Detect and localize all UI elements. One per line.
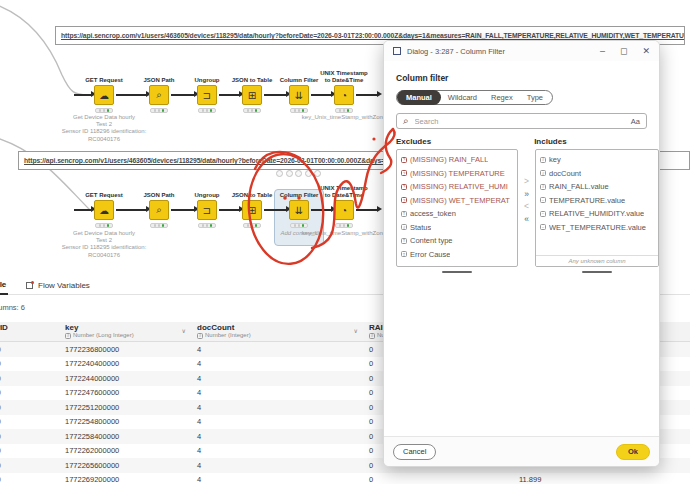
node-unix-timestamp[interactable]: ◔	[334, 85, 354, 105]
knime-workflow-canvas: https://api.sencrop.com/v1/users/463605/…	[0, 0, 690, 484]
move-all-left-icon[interactable]: «	[524, 215, 529, 224]
node-json-to-table[interactable]: ⊞	[242, 200, 262, 220]
node-ungroup[interactable]: ⊐	[197, 85, 217, 105]
excludes-item[interactable]: ?(MISSING) WET_TEMPERAT	[397, 194, 517, 208]
column-type-label: Number (Long Integer)	[73, 332, 134, 339]
search-input[interactable]	[413, 116, 627, 127]
workflow-edge	[356, 209, 378, 211]
column-name: TEMPERATURE.value	[549, 196, 625, 205]
cell-key: 1772244000000	[60, 374, 192, 383]
excludes-list: ?(MISSING) RAIN_FALL?(MISSING) TEMPERATU…	[396, 149, 518, 267]
cell-rowid: Row0_	[0, 389, 60, 396]
column-title: key	[65, 324, 192, 332]
node-column-filter[interactable]: ⇊	[289, 200, 309, 220]
node-comment[interactable]: Get Device Data hourly Test 2 Sensor ID …	[58, 114, 150, 143]
includes-item[interactable]: −RELATIVE_HUMIDITY.value	[536, 207, 658, 221]
column-header-docCount[interactable]: docCount#Number (Integer)∨	[192, 322, 364, 341]
cell-key: 1772262000000	[60, 446, 192, 455]
filter-tab-type[interactable]: Type	[520, 93, 550, 102]
workflow-edge	[311, 94, 332, 96]
node-status-light	[243, 223, 261, 228]
node-status-light	[198, 223, 216, 228]
node-unix-timestamp[interactable]: ◔	[334, 200, 354, 220]
table-row[interactable]: Row0_17722692000004011.899	[0, 473, 690, 484]
column-title: RowID	[0, 324, 60, 332]
node-json-path[interactable]: ⌕	[149, 200, 169, 220]
includes-scrollbar[interactable]	[582, 271, 612, 273]
excludes-item[interactable]: TContent type	[397, 234, 517, 248]
column-header-key[interactable]: key#Number (Long Integer)∨	[60, 322, 192, 341]
excludes-item[interactable]: #Status	[397, 221, 517, 235]
node-action-icon[interactable]	[305, 170, 312, 177]
column-name: Content type	[410, 236, 453, 245]
case-sensitive-toggle[interactable]: Aa	[631, 117, 640, 126]
close-icon[interactable]: ✕	[642, 47, 650, 56]
long-type-icon: #	[540, 157, 546, 163]
node-comment[interactable]: key_Unix_timeStamp_withZone	[298, 230, 390, 237]
excludes-item[interactable]: TError Cause	[397, 248, 517, 262]
column-filter-icon: ⇊	[295, 205, 303, 216]
cell-key: 1772240400000	[60, 359, 192, 368]
move-left-icon[interactable]: <	[524, 202, 529, 211]
column-name: WET_TEMPERATURE.value	[549, 223, 646, 232]
chevron-down-icon[interactable]: ∨	[182, 327, 186, 334]
json-path-icon: ⌕	[156, 89, 162, 101]
workflow-edge	[264, 209, 287, 211]
dialog-window-icon	[393, 47, 401, 55]
includes-item[interactable]: −TEMPERATURE.value	[536, 194, 658, 208]
tab-table-label: Table	[0, 280, 6, 289]
workflow-edge	[171, 94, 195, 96]
cell-rowid: Row0_	[0, 418, 60, 425]
node-action-icon[interactable]	[286, 170, 293, 177]
node-get-request[interactable]: ☁	[94, 200, 114, 220]
node-action-icon[interactable]	[314, 170, 321, 177]
excludes-item[interactable]: ?(MISSING) RELATIVE_HUMI	[397, 180, 517, 194]
node-json-to-table[interactable]: ⊞	[242, 85, 262, 105]
includes-item[interactable]: #docCount	[536, 167, 658, 181]
chevron-down-icon[interactable]: ∨	[354, 327, 358, 334]
filter-tab-wildcard[interactable]: Wildcard	[441, 93, 484, 102]
cell-doccount: 4	[192, 432, 364, 441]
move-all-right-icon[interactable]: »	[524, 190, 529, 199]
column-filter-icon: ⇊	[295, 90, 303, 101]
includes-item[interactable]: #key	[536, 153, 658, 167]
column-header-RowID[interactable]: RowID	[0, 322, 60, 341]
node-status-light	[290, 108, 308, 113]
excludes-item[interactable]: ?(MISSING) RAIN_FALL	[397, 153, 517, 167]
column-filter-dialog: Dialog - 3:287 - Column Filter – ◻ ✕ Col…	[383, 40, 660, 467]
node-get-request[interactable]: ☁	[94, 85, 114, 105]
node-label: UNIX Timestamp to Date&Time	[309, 183, 379, 198]
dialog-title-bar[interactable]: Dialog - 3:287 - Column Filter – ◻ ✕	[384, 41, 659, 61]
node-action-icon[interactable]	[295, 170, 302, 177]
workflow-edge	[219, 209, 240, 211]
excludes-scrollbar[interactable]	[442, 271, 472, 273]
cell-key: 1772254800000	[60, 417, 192, 426]
filter-tab-regex[interactable]: Regex	[484, 93, 520, 102]
node-json-path[interactable]: ⌕	[149, 85, 169, 105]
cell-doccount: 4	[192, 359, 364, 368]
maximize-icon[interactable]: ◻	[620, 47, 627, 56]
includes-item[interactable]: #RAIN_FALL.value	[536, 180, 658, 194]
node-status-light	[290, 223, 308, 228]
node-comment[interactable]: Get Device Data hourly Test 2 Sensor ID …	[58, 230, 150, 259]
node-ungroup[interactable]: ⊐	[197, 200, 217, 220]
move-right-icon[interactable]: >	[524, 177, 529, 186]
int-type-icon: #	[401, 224, 407, 230]
node-action-toolbar[interactable]	[276, 170, 321, 177]
cancel-button[interactable]: Cancel	[393, 444, 436, 460]
workflow-edge	[356, 94, 378, 96]
filter-tab-manual[interactable]: Manual	[397, 90, 441, 105]
node-comment[interactable]: key_Unix_timeStamp_withZone	[298, 114, 390, 121]
cell-rain: 0	[364, 475, 514, 484]
cell-key: 1772236800000	[60, 345, 192, 354]
includes-item[interactable]: −WET_TEMPERATURE.value	[536, 221, 658, 235]
minimize-icon[interactable]: –	[600, 47, 605, 56]
column-header-hidden[interactable]	[664, 322, 690, 341]
cell-rowid: Row0_	[0, 346, 60, 353]
node-action-icon[interactable]	[276, 170, 283, 177]
excludes-item[interactable]: ?(MISSING) TEMPERATURE	[397, 167, 517, 181]
excludes-item[interactable]: Taccess_token	[397, 207, 517, 221]
node-column-filter[interactable]: ⇊	[289, 85, 309, 105]
includes-label: Includes	[534, 137, 566, 146]
ok-button[interactable]: Ok	[616, 444, 650, 460]
